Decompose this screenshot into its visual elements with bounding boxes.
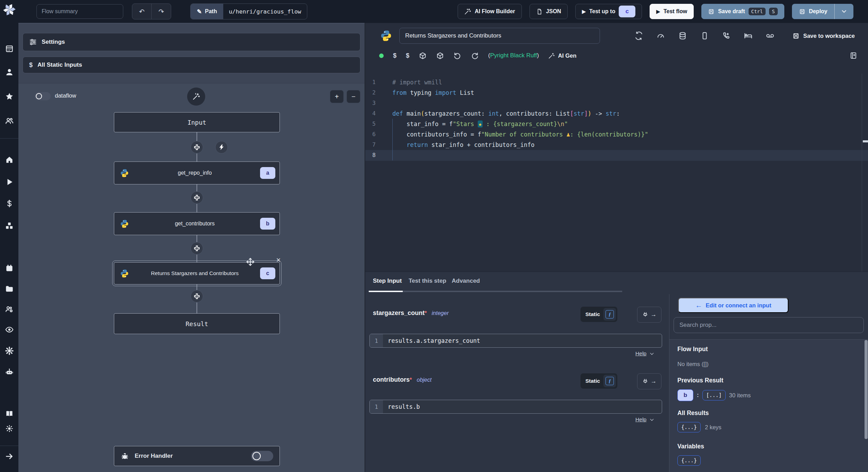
add-step-button[interactable]: [191, 191, 203, 204]
step-b-chip[interactable]: b: [677, 389, 693, 401]
error-handler-node[interactable]: Error Handler: [114, 446, 280, 466]
workers-icon[interactable]: [0, 304, 18, 314]
test-flow-button[interactable]: ▶ Test flow: [650, 4, 694, 19]
fx-mode-segment[interactable]: ƒ: [603, 308, 616, 321]
static-mode-toggle[interactable]: Static ƒ: [581, 373, 617, 389]
reload-icon[interactable]: [471, 52, 479, 60]
flow-node-input[interactable]: Input: [114, 112, 280, 132]
move-step-handle[interactable]: [245, 256, 256, 267]
scrollbar-mark[interactable]: [863, 140, 868, 142]
expand-sidebar-arrow-icon[interactable]: [0, 452, 18, 461]
folders-icon[interactable]: [0, 284, 18, 293]
mock-voicemail-icon[interactable]: [766, 31, 775, 40]
sleep-bed-icon[interactable]: [744, 31, 753, 40]
save-icon: [708, 8, 715, 15]
cache-database-icon[interactable]: [678, 31, 687, 40]
windmill-logo-icon[interactable]: [0, 5, 18, 15]
kbd-ctrl: Ctrl: [749, 8, 766, 15]
schedules-calendar-icon[interactable]: [0, 263, 18, 273]
help-link[interactable]: Help: [635, 350, 646, 357]
chevron-down-icon[interactable]: [649, 417, 654, 422]
retries-icon[interactable]: [634, 31, 643, 40]
settings-gear-icon[interactable]: [0, 346, 18, 356]
search-prop-input[interactable]: [674, 317, 864, 333]
theme-toggle-sun-icon[interactable]: [0, 424, 18, 433]
zoom-in-button[interactable]: +: [330, 90, 344, 103]
audit-logs-eye-icon[interactable]: [0, 325, 18, 334]
early-stop-mobile-icon[interactable]: [700, 31, 709, 40]
test-up-to-button[interactable]: ▶ Test up to c: [575, 4, 642, 19]
stargazers-count-expression-input[interactable]: 1 results.a.stargazers_count: [369, 334, 662, 348]
deploy-button[interactable]: Deploy: [792, 4, 834, 19]
ai-flow-builder-button[interactable]: AI Flow Builder: [458, 4, 521, 19]
flow-node-selected[interactable]: Returns Stargazers and Contributors c ×: [114, 262, 280, 284]
json-button[interactable]: JSON: [529, 4, 568, 19]
tab-advanced[interactable]: Advanced: [452, 278, 480, 284]
plus-icon: [194, 144, 200, 150]
add-step-button[interactable]: [191, 242, 203, 255]
package-icon[interactable]: [419, 52, 427, 60]
scrollbar[interactable]: [865, 340, 868, 439]
path-group[interactable]: ✎ Path u/henri/gracious_flow: [190, 3, 307, 19]
sliders-icon: [29, 38, 37, 46]
tab-test-this-step[interactable]: Test this step: [409, 278, 446, 284]
home-icon[interactable]: [0, 155, 18, 165]
resources-picker-icon[interactable]: $: [406, 52, 409, 59]
tab-step-input[interactable]: Step Input: [373, 278, 402, 284]
code-lines[interactable]: # import wmillfrom typing import Listdef…: [392, 77, 648, 160]
ai-wand-button[interactable]: [187, 88, 205, 106]
ai-gen-button[interactable]: AI Gen: [548, 52, 576, 59]
delete-step-button[interactable]: ×: [274, 256, 283, 265]
help-link[interactable]: Help: [635, 416, 646, 423]
flow-node-get-contributors[interactable]: get_contributors b: [114, 212, 280, 235]
favorites-star-icon[interactable]: [0, 92, 18, 101]
zoom-out-button[interactable]: −: [347, 90, 360, 103]
apps-icon[interactable]: [0, 44, 18, 53]
concurrency-gauge-icon[interactable]: [656, 31, 665, 40]
connect-input-button[interactable]: →: [637, 373, 661, 389]
variables-picker-icon[interactable]: $: [393, 52, 397, 59]
path-label-chip[interactable]: ✎ Path: [191, 4, 223, 19]
add-trigger-button[interactable]: [215, 141, 228, 154]
save-draft-button[interactable]: Save draft Ctrl S: [701, 4, 784, 19]
undo-button[interactable]: ↶: [132, 4, 151, 19]
step-title-input[interactable]: [399, 28, 600, 44]
flow-node-get-repo-info[interactable]: get_repo_info a: [114, 162, 280, 184]
redo-button[interactable]: ↷: [152, 4, 171, 19]
contributors-expression-input[interactable]: 1 results.b: [369, 400, 662, 414]
package-install-icon[interactable]: [436, 52, 444, 60]
all-static-inputs-button[interactable]: $ All Static Inputs: [23, 57, 360, 73]
dataflow-toggle[interactable]: [35, 92, 51, 100]
collapsed-array-chip[interactable]: [...]: [702, 390, 726, 400]
reset-undo-icon[interactable]: [453, 52, 461, 60]
flow-node-result[interactable]: Result: [114, 313, 280, 334]
runs-play-icon[interactable]: [0, 177, 18, 187]
expression-value: results.a.stargazers_count: [383, 334, 480, 347]
user-groups-icon[interactable]: [0, 116, 18, 126]
bug-icon: [120, 452, 129, 461]
add-step-button[interactable]: [191, 290, 203, 303]
library-icon[interactable]: [849, 51, 858, 61]
edit-or-connect-input-button[interactable]: ← Edit or connect an input: [678, 298, 788, 313]
deploy-dropdown-button[interactable]: [835, 4, 853, 19]
user-icon[interactable]: [0, 67, 18, 77]
static-mode-toggle[interactable]: Static ƒ: [581, 307, 617, 322]
collapsed-object-chip[interactable]: {...}: [677, 455, 701, 466]
ai-assistant-robot-icon[interactable]: [0, 367, 18, 377]
add-step-button[interactable]: [191, 141, 203, 154]
variables-dollar-icon[interactable]: [0, 199, 18, 208]
save-to-workspace-button[interactable]: Save to workspace: [792, 28, 855, 44]
connections-panel: ← Edit or connect an input Flow Input No…: [669, 294, 868, 472]
chevron-down-icon[interactable]: [649, 351, 654, 356]
error-handler-toggle[interactable]: [251, 451, 273, 461]
collapsed-object-chip[interactable]: {...}: [677, 422, 701, 432]
path-value[interactable]: u/henri/gracious_flow: [223, 4, 307, 19]
flow-settings-button[interactable]: Settings: [23, 33, 360, 51]
flow-summary-input[interactable]: [36, 4, 123, 19]
resources-cubes-icon[interactable]: [0, 221, 18, 231]
connect-input-button[interactable]: →: [637, 307, 661, 323]
previous-result-row: b : [...] 30 items: [677, 389, 751, 401]
suspend-phone-icon[interactable]: [722, 31, 731, 40]
fx-mode-segment[interactable]: ƒ: [603, 375, 616, 387]
docs-book-icon[interactable]: [0, 409, 18, 419]
